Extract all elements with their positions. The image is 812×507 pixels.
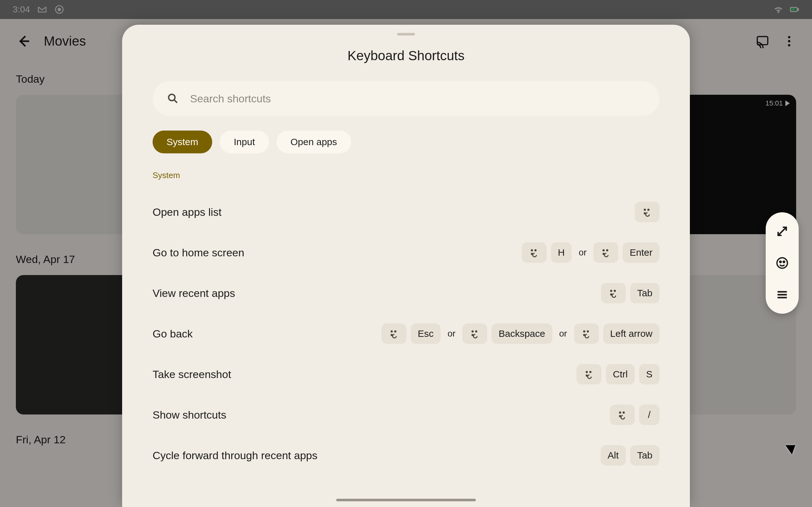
page-title: Movies — [44, 34, 86, 49]
tab-system[interactable]: System — [153, 130, 212, 153]
category-tabs: System Input Open apps — [153, 130, 659, 153]
svg-rect-5 — [757, 37, 768, 45]
svg-point-34 — [619, 412, 621, 414]
meta-key-icon — [635, 202, 659, 222]
drag-handle[interactable] — [397, 33, 415, 36]
key-tab: Tab — [630, 283, 659, 303]
floating-toolbar — [766, 212, 799, 314]
shortcut-label: Open apps list — [153, 206, 221, 218]
nav-pill[interactable] — [336, 499, 476, 501]
key-h: H — [551, 242, 572, 263]
gmail-icon — [37, 4, 47, 14]
svg-point-6 — [788, 36, 790, 38]
meta-key-icon — [522, 242, 547, 263]
or-text: or — [576, 247, 589, 258]
svg-point-9 — [169, 95, 175, 101]
svg-point-31 — [586, 371, 588, 373]
svg-point-37 — [777, 258, 788, 268]
svg-point-22 — [391, 331, 393, 333]
shortcut-row-recent: View recent apps Tab — [153, 273, 659, 314]
shortcut-label: Go to home screen — [153, 246, 244, 259]
meta-key-icon — [577, 364, 601, 384]
svg-point-23 — [394, 331, 397, 333]
key-backspace: Backspace — [492, 324, 552, 344]
thumb-duration: 15:01 — [765, 99, 783, 107]
shortcut-label: Go back — [153, 328, 193, 340]
svg-point-35 — [623, 412, 625, 414]
or-text: or — [445, 329, 458, 339]
shortcut-row-open-apps-list: Open apps list — [153, 192, 659, 232]
key-ctrl: Ctrl — [606, 364, 635, 384]
battery-charging-icon — [789, 4, 799, 14]
key-s: S — [639, 364, 659, 384]
key-left-arrow: Left arrow — [603, 324, 659, 344]
shortcut-label: Show shortcuts — [153, 409, 226, 421]
key-esc: Esc — [411, 324, 441, 344]
svg-point-13 — [531, 249, 533, 251]
svg-rect-3 — [798, 9, 799, 10]
more-vert-icon[interactable] — [782, 34, 796, 48]
cast-icon[interactable] — [756, 34, 769, 48]
key-tab: Tab — [630, 445, 659, 465]
shortcut-row-screenshot: Take screenshot Ctrl S — [153, 354, 659, 395]
back-button[interactable] — [16, 34, 31, 49]
search-input[interactable] — [190, 93, 646, 105]
svg-point-38 — [780, 261, 781, 263]
meta-key-icon — [601, 283, 626, 303]
key-enter: Enter — [623, 242, 659, 263]
shortcut-row-show-shortcuts: Show shortcuts / — [153, 395, 659, 435]
meta-key-icon — [610, 405, 635, 425]
keyboard-shortcuts-panel: Keyboard Shortcuts System Input Open app… — [122, 25, 690, 507]
svg-point-7 — [788, 40, 790, 42]
svg-point-16 — [603, 249, 605, 251]
shortcut-label: Take screenshot — [153, 368, 231, 381]
key-alt: Alt — [601, 445, 626, 465]
group-heading: System — [153, 170, 659, 180]
meta-key-icon — [574, 324, 599, 344]
svg-point-25 — [471, 331, 473, 333]
svg-point-14 — [535, 249, 537, 251]
meta-key-icon — [462, 324, 487, 344]
svg-point-29 — [587, 331, 589, 333]
svg-point-32 — [589, 371, 592, 373]
menu-icon[interactable] — [775, 288, 789, 302]
svg-point-11 — [647, 209, 650, 211]
or-text: or — [557, 329, 570, 339]
expand-icon[interactable] — [775, 224, 789, 238]
svg-point-20 — [613, 290, 616, 292]
wifi-icon — [773, 4, 783, 14]
tab-open-apps[interactable]: Open apps — [276, 130, 351, 153]
emoji-icon[interactable] — [775, 256, 789, 270]
shortcut-label: View recent apps — [153, 287, 235, 299]
svg-point-17 — [606, 249, 608, 251]
svg-point-39 — [783, 261, 785, 263]
svg-point-26 — [475, 331, 477, 333]
shortcut-row-back: Go back Esc or Backspace or Left arrow — [153, 314, 659, 354]
meta-key-icon — [382, 324, 406, 344]
search-icon — [166, 92, 179, 105]
key-slash: / — [639, 405, 659, 425]
panel-title: Keyboard Shortcuts — [153, 48, 659, 63]
shortcut-row-cycle-forward: Cycle forward through recent apps Alt Ta… — [153, 435, 659, 475]
status-time: 3:04 — [13, 4, 30, 14]
svg-point-28 — [583, 331, 585, 333]
svg-point-1 — [58, 8, 61, 11]
meta-key-icon — [594, 242, 618, 263]
svg-point-19 — [610, 290, 612, 292]
svg-rect-4 — [792, 8, 795, 11]
tab-input[interactable]: Input — [220, 130, 269, 153]
shortcut-row-home: Go to home screen H or Enter — [153, 232, 659, 273]
svg-point-8 — [788, 44, 790, 46]
search-shortcuts-field[interactable] — [153, 81, 659, 116]
circle-dot-icon — [54, 4, 64, 14]
status-bar: 3:04 — [0, 0, 812, 19]
svg-point-10 — [644, 209, 646, 211]
shortcut-label: Cycle forward through recent apps — [153, 449, 317, 462]
